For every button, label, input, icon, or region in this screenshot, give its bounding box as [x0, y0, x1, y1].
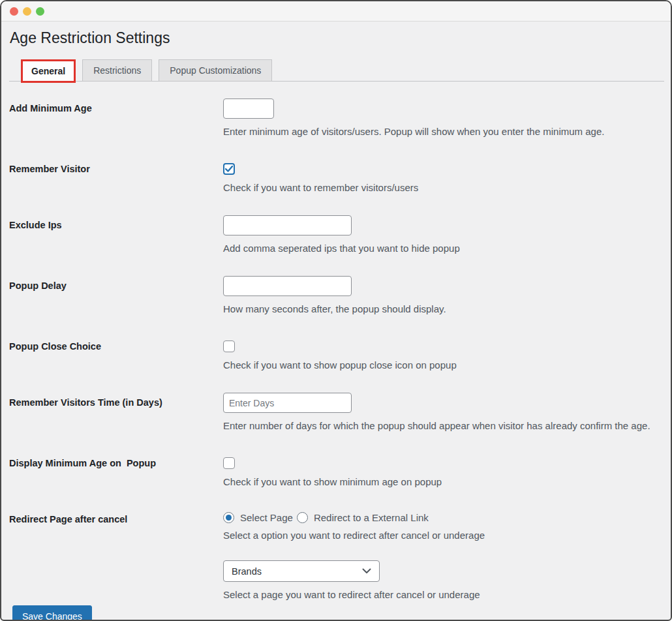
field-label: Display Minimum Age on Popup	[9, 453, 223, 489]
row-remember-visitor: Remember Visitor Check if you want to re…	[9, 159, 664, 194]
radio-label[interactable]: Redirect to a External Link	[314, 512, 429, 523]
field-helper-text: Enter minimum age of visitors/users. Pop…	[223, 125, 664, 138]
field-label: Redirect Page after cancel	[9, 509, 223, 601]
field-label: Remember Visitors Time (in Days)	[9, 393, 223, 432]
remember-visitor-checkbox[interactable]	[223, 163, 235, 175]
redirect-option-radio-group: Select Page Redirect to a External Link	[223, 512, 664, 523]
minimum-age-input[interactable]	[223, 98, 274, 119]
tab-general[interactable]: General	[21, 59, 76, 83]
settings-form: Add Minimum Age Enter minimum age of vis…	[9, 98, 664, 601]
selected-option-label: Brands	[232, 566, 262, 577]
field-helper-text: Check if you want to show minimum age on…	[223, 475, 664, 489]
field-helper-text: Select a option you want to redirect aft…	[223, 528, 664, 542]
field-helper-text: Add comma seperated ips that you want to…	[223, 241, 664, 255]
popup-delay-input[interactable]	[223, 276, 352, 296]
field-helper-text: Check if you want to remember visitors/u…	[223, 181, 664, 194]
field-label: Exclude Ips	[9, 215, 223, 255]
display-minimum-age-checkbox[interactable]	[223, 457, 235, 469]
field-label: Remember Visitor	[9, 159, 223, 194]
row-add-minimum-age: Add Minimum Age Enter minimum age of vis…	[9, 98, 664, 138]
tab-popup-customizations[interactable]: Popup Customizations	[159, 59, 272, 82]
redirect-page-select[interactable]: Brands	[223, 560, 380, 582]
redirect-external-link-radio[interactable]	[297, 512, 308, 523]
field-helper-text: Enter number of days for which the popup…	[223, 419, 664, 432]
tab-bar: General Restrictions Popup Customization…	[9, 59, 664, 82]
row-display-minimum-age: Display Minimum Age on Popup Check if yo…	[9, 453, 664, 489]
field-label: Popup Close Choice	[9, 337, 223, 372]
radio-label[interactable]: Select Page	[240, 512, 293, 523]
tab-restrictions[interactable]: Restrictions	[82, 59, 152, 82]
field-helper-text: Check if you want to show popup close ic…	[223, 358, 664, 372]
select-page-radio[interactable]	[223, 512, 234, 523]
row-remember-visitors-time: Remember Visitors Time (in Days) Enter n…	[9, 393, 664, 432]
close-window-button[interactable]	[10, 7, 18, 16]
minimize-window-button[interactable]	[23, 7, 31, 16]
row-popup-close-choice: Popup Close Choice Check if you want to …	[9, 337, 664, 372]
row-exclude-ips: Exclude Ips Add comma seperated ips that…	[9, 215, 664, 255]
window-titlebar	[1, 1, 671, 22]
page-content: Age Restriction Settings General Restric…	[1, 22, 671, 620]
checkmark-icon	[225, 166, 233, 172]
page-title: Age Restriction Settings	[9, 28, 664, 48]
remember-visitors-time-input[interactable]	[223, 393, 352, 413]
row-redirect-page-after-cancel: Redirect Page after cancel Select Page R…	[9, 509, 664, 601]
chevron-down-icon	[362, 568, 371, 574]
app-window: Age Restriction Settings General Restric…	[0, 0, 672, 621]
field-label: Add Minimum Age	[9, 98, 223, 138]
field-helper-text: How many seconds after, the popup should…	[223, 302, 664, 316]
field-label: Popup Delay	[9, 276, 223, 316]
popup-close-choice-checkbox[interactable]	[223, 341, 235, 352]
field-helper-text: Select a page you want to redirect after…	[223, 588, 664, 601]
save-changes-button[interactable]: Save Changes	[12, 605, 92, 620]
exclude-ips-input[interactable]	[223, 215, 352, 235]
row-popup-delay: Popup Delay How many seconds after, the …	[9, 276, 664, 316]
zoom-window-button[interactable]	[36, 7, 44, 16]
